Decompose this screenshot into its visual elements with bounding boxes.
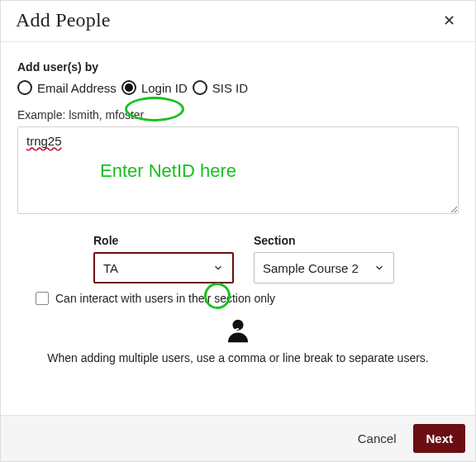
chevron-down-icon <box>374 262 385 274</box>
dialog-title-text: Add People <box>16 9 111 31</box>
cancel-button[interactable]: Cancel <box>345 424 409 453</box>
multi-user-info: When adding multiple users, use a comma … <box>17 351 459 364</box>
dialog-footer: Cancel Next <box>1 415 475 461</box>
dialog-title: Add People <box>16 9 111 31</box>
radio-login-id[interactable]: Login ID <box>121 80 188 95</box>
restrict-section-checkbox[interactable] <box>36 292 49 305</box>
radio-icon <box>121 80 136 95</box>
chevron-down-icon <box>212 262 224 274</box>
radio-sis-id[interactable]: SIS ID <box>193 80 248 95</box>
next-label: Next <box>426 431 453 445</box>
user-ids-input[interactable]: trng25 <box>17 126 459 214</box>
user-ids-value: trng25 <box>26 134 62 148</box>
role-value: TA <box>103 261 118 275</box>
next-button[interactable]: Next <box>413 424 465 453</box>
radio-label: Email Address <box>37 81 117 95</box>
radio-email-address[interactable]: Email Address <box>17 80 117 95</box>
restrict-section-label: Can interact with users in their section… <box>55 292 275 305</box>
close-button[interactable]: ✕ <box>438 10 460 31</box>
section-field: Section Sample Course 2 <box>254 234 394 283</box>
role-field: Role TA <box>93 234 234 283</box>
role-label: Role <box>93 234 234 247</box>
dialog-header: Add People ✕ <box>1 1 475 42</box>
person-icon <box>224 317 252 348</box>
radio-icon <box>193 80 207 95</box>
section-value: Sample Course 2 <box>263 261 359 275</box>
radio-label: Login ID <box>141 81 188 95</box>
section-select[interactable]: Sample Course 2 <box>254 252 394 283</box>
add-by-label: Add user(s) by <box>17 60 459 74</box>
role-select[interactable]: TA <box>93 252 234 283</box>
radio-icon <box>17 80 32 95</box>
section-label: Section <box>254 234 394 247</box>
example-text: Example: lsmith, mfoster <box>17 108 459 121</box>
cancel-label: Cancel <box>358 431 397 445</box>
close-icon: ✕ <box>443 12 455 29</box>
add-by-radio-group: Email Address Login ID SIS ID <box>17 80 459 95</box>
radio-label: SIS ID <box>212 81 248 95</box>
